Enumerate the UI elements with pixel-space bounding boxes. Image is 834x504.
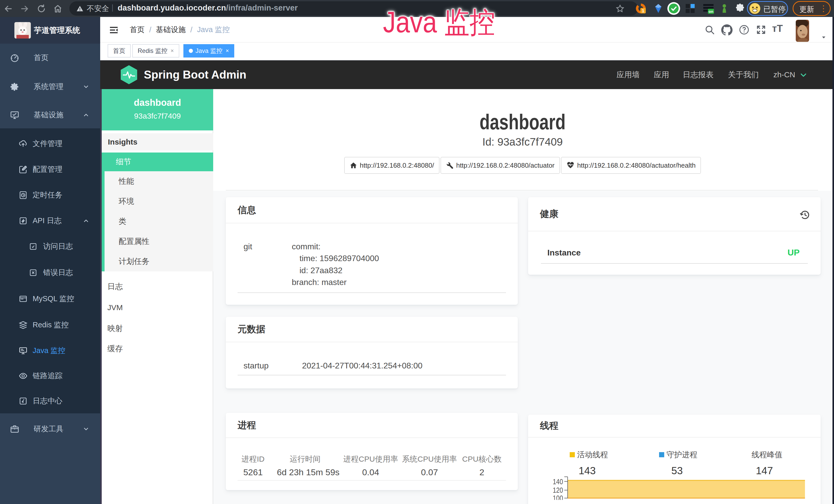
svg-text:on: on	[709, 9, 713, 14]
svg-text:100: 100	[553, 494, 563, 500]
svg-text:140: 140	[553, 477, 563, 486]
svg-text:1: 1	[642, 8, 644, 13]
svg-text:120: 120	[553, 486, 563, 494]
